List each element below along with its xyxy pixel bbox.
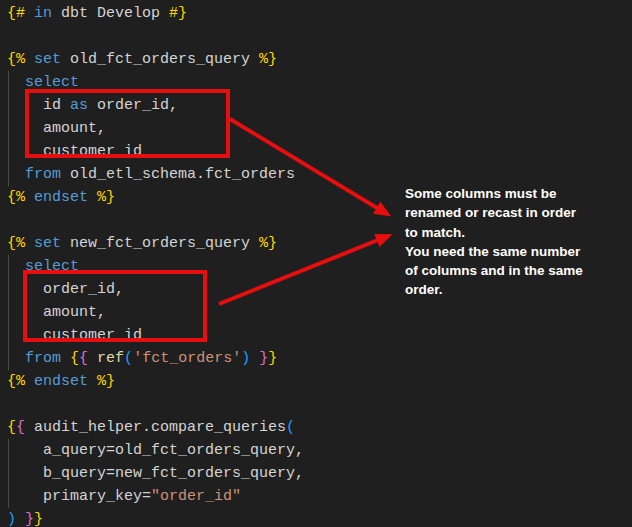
annotation-note: Some columns must be renamed or recast i… [405, 184, 631, 300]
code-line: {% endset %} [7, 370, 304, 393]
code-line: {{ audit_helper.compare_queries( [7, 416, 304, 439]
code-line: {% endset %} [7, 186, 304, 209]
annotation-line: order. [405, 280, 631, 299]
annotation-line: You need the same number [405, 242, 631, 261]
annotation-line: to match. [405, 223, 631, 242]
indent-guide [8, 71, 9, 186]
code-line: a_query=old_fct_orders_query, [7, 439, 304, 462]
code-line: ) }} [7, 508, 304, 527]
annotation-box-new-columns [23, 270, 207, 342]
code-line [7, 209, 304, 232]
code-line: {% set old_fct_orders_query %} [7, 48, 304, 71]
code-editor[interactable]: {# in dbt Develop #} {% set old_fct_orde… [7, 2, 304, 527]
code-line: from {{ ref('fct_orders') }} [7, 347, 304, 370]
indent-guide [8, 439, 9, 508]
indent-guide [8, 255, 9, 370]
code-line: from old_etl_schema.fct_orders [7, 163, 304, 186]
code-line: {% set new_fct_orders_query %} [7, 232, 304, 255]
annotation-line: renamed or recast in order [405, 203, 631, 222]
annotation-line: of columns and in the same [405, 261, 631, 280]
code-line: primary_key="order_id" [7, 485, 304, 508]
code-line: {# in dbt Develop #} [7, 2, 304, 25]
code-line [7, 25, 304, 48]
code-line: b_query=new_fct_orders_query, [7, 462, 304, 485]
annotation-box-old-columns [25, 89, 230, 158]
code-line [7, 393, 304, 416]
annotation-line: Some columns must be [405, 184, 631, 203]
